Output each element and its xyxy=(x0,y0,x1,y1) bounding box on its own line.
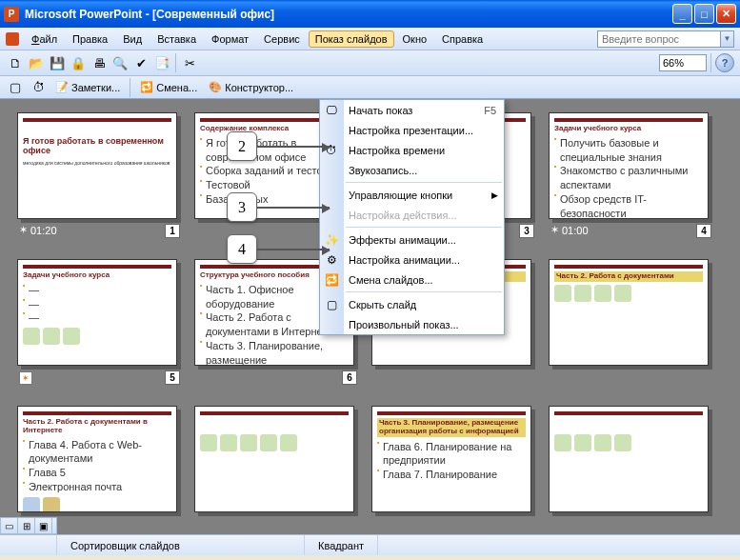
submenu-arrow-icon: ▶ xyxy=(491,190,498,200)
sorter-view-button[interactable]: ⊞ xyxy=(18,518,35,533)
maximize-button[interactable]: □ xyxy=(694,4,714,24)
window-title: Microsoft PowerPoint - [Современный офис… xyxy=(25,8,670,21)
slide-5[interactable]: Задачи учебного курса ——— ✶ 5 xyxy=(17,259,177,392)
hide-icon: ▢ xyxy=(324,297,339,312)
preview-icon[interactable]: 🔍 xyxy=(110,53,130,72)
screen-icon: 🖵 xyxy=(324,103,339,118)
research-icon[interactable]: 📑 xyxy=(152,53,171,72)
menu-action-buttons[interactable]: Управляющие кнопки▶ xyxy=(320,185,504,205)
menu-insert[interactable]: Вставка xyxy=(150,30,203,48)
callout-3: 3 xyxy=(227,192,330,222)
close-button[interactable]: ✕ xyxy=(716,4,736,24)
slide-10[interactable] xyxy=(194,406,354,534)
menu-custom-show[interactable]: Произвольный показ... xyxy=(320,314,504,334)
menu-action-settings: Настройка действия... xyxy=(320,205,504,225)
menu-file[interactable]: ФФайлайл xyxy=(25,30,64,48)
transition-icon: ✶ xyxy=(19,224,28,236)
permission-icon[interactable]: 🔒 xyxy=(69,53,88,72)
app-icon: P xyxy=(4,7,19,22)
doc-icon xyxy=(6,32,19,46)
hide-slide-icon[interactable]: ▢ xyxy=(6,78,25,97)
slide-9[interactable]: Часть 2. Работа с документами в Интернет… xyxy=(17,406,177,534)
menu-anim-effects[interactable]: ✨Эффекты анимации... xyxy=(320,230,504,250)
transition-icon: ✶ xyxy=(550,224,559,236)
menu-slideshow[interactable]: Показ слайдов xyxy=(309,30,394,48)
slide-11[interactable]: Часть 3. Планирование, размещение органи… xyxy=(371,406,531,534)
slide-sorter-toolbar: ▢ ⏱ 📝 Заметки... 🔁 Смена... 🎨 Конструкто… xyxy=(0,76,740,99)
slideshow-view-button[interactable]: ▣ xyxy=(35,518,52,533)
design-button[interactable]: 🎨 Конструктор... xyxy=(205,79,297,95)
slideshow-menu: 🖵Начать показF5 Настройка презентации...… xyxy=(319,99,505,335)
status-template: Квадрант xyxy=(305,535,378,555)
slide-sorter-workspace: Я готов работать в современном офисе мет… xyxy=(0,99,740,534)
menu-format[interactable]: Формат xyxy=(205,30,255,48)
menu-anim-setup[interactable]: ⚙Настройка анимации... xyxy=(320,250,504,270)
status-view: Сортировщик слайдов xyxy=(57,535,305,555)
menu-edit[interactable]: Правка xyxy=(66,30,114,48)
titlebar: P Microsoft PowerPoint - [Современный оф… xyxy=(0,0,740,28)
menu-slide-transition[interactable]: 🔁Смена слайдов... xyxy=(320,270,504,290)
cut-icon[interactable]: ✂ xyxy=(180,53,199,72)
slide-12[interactable] xyxy=(549,406,709,534)
animation-icon: ✶ xyxy=(19,371,32,385)
slide-8[interactable]: Часть 2. Работа с документами xyxy=(549,259,709,392)
menu-setup-show[interactable]: Настройка презентации... xyxy=(320,120,504,140)
transition-button[interactable]: 🔁 Смена... xyxy=(136,79,201,95)
help-icon[interactable]: ? xyxy=(715,53,734,72)
normal-view-button[interactable]: ▭ xyxy=(1,518,18,533)
view-buttons: ▭ ⊞ ▣ xyxy=(0,517,57,534)
save-icon[interactable]: 💾 xyxy=(48,53,67,72)
slide-4[interactable]: Задачи учебного курса Получить базовые и… xyxy=(549,112,709,246)
menu-start-show[interactable]: 🖵Начать показF5 xyxy=(320,100,504,120)
menu-help[interactable]: Справка xyxy=(435,30,490,48)
menu-tools[interactable]: Сервис xyxy=(257,30,307,48)
statusbar: Сортировщик слайдов Квадрант xyxy=(0,534,740,555)
new-icon[interactable]: 🗋 xyxy=(6,53,25,72)
callout-2: 2 xyxy=(227,131,330,161)
slide-number: 1 xyxy=(165,224,180,238)
menu-view[interactable]: Вид xyxy=(116,30,149,48)
slide-1[interactable]: Я готов работать в современном офисе мет… xyxy=(17,112,177,246)
transition-icon: 🔁 xyxy=(324,272,339,288)
callout-4: 4 xyxy=(227,234,330,264)
menu-window[interactable]: Окно xyxy=(396,30,434,48)
standard-toolbar: 🗋 📂 💾 🔒 🖶 🔍 ✔ 📑 ✂ 66% ? xyxy=(0,50,740,76)
minimize-button[interactable]: _ xyxy=(672,4,692,24)
spell-icon[interactable]: ✔ xyxy=(131,53,150,72)
open-icon[interactable]: 📂 xyxy=(27,53,46,72)
print-icon[interactable]: 🖶 xyxy=(90,53,109,72)
menu-rehearse[interactable]: ⏱Настройка времени xyxy=(320,140,504,160)
menu-record[interactable]: Звукозапись... xyxy=(320,160,504,180)
notes-button[interactable]: 📝 Заметки... xyxy=(51,79,124,95)
rehearse-icon[interactable]: ⏱ xyxy=(29,78,48,97)
menubar: ФФайлайл Правка Вид Вставка Формат Серви… xyxy=(0,28,740,50)
menu-hide-slide[interactable]: ▢Скрыть слайд xyxy=(320,294,504,314)
ask-question-input[interactable] xyxy=(597,30,721,48)
zoom-select[interactable]: 66% xyxy=(659,54,707,71)
ask-dropdown[interactable]: ▼ xyxy=(721,30,734,48)
